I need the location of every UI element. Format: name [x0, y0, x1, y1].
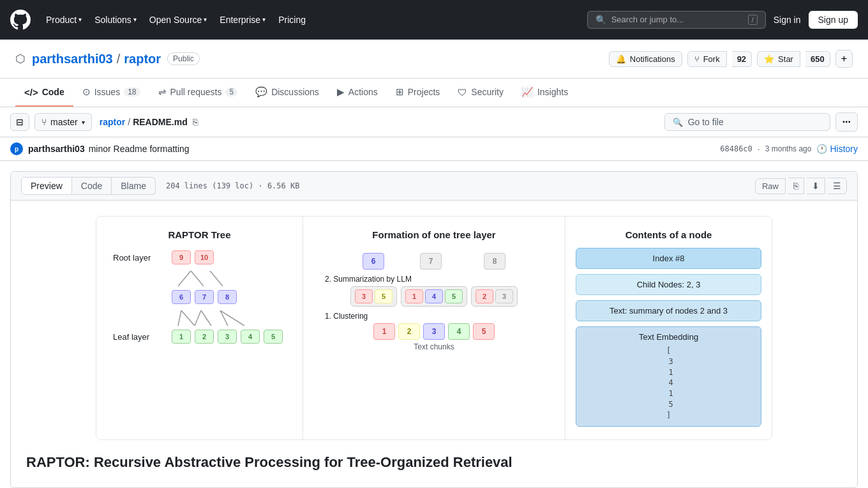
sign-up-button[interactable]: Sign up: [809, 11, 858, 29]
notifications-label: Notifications: [630, 54, 675, 64]
tab-actions[interactable]: ▶ Actions: [328, 79, 387, 107]
commit-hash-link[interactable]: 68486c0: [720, 144, 752, 153]
file-toolbar: ⊟ ⑂ master ▾ raptor / README.md ⎘ 🔍 Go t…: [0, 107, 868, 137]
search-box[interactable]: 🔍 Search or jump to... /: [587, 11, 766, 29]
diagram-section-3: Contents of a node Index #8 Child Nodes:…: [565, 217, 772, 439]
commit-author-link[interactable]: parthsarthi03: [28, 144, 85, 154]
insights-icon: 📈: [521, 86, 534, 98]
download-button[interactable]: ⬇: [807, 178, 825, 194]
repo-actions: 🔔 Notifications ⑂ Fork 92 ⭐ Star 650 +: [609, 50, 853, 68]
nav-enterprise[interactable]: Enterprise ▾: [214, 11, 271, 29]
nav-pricing[interactable]: Pricing: [273, 11, 311, 29]
clustering-groups: 3 5 1 4 5 2 3: [318, 286, 550, 307]
code-tab[interactable]: Code: [72, 177, 112, 195]
leaf-layer-label: Leaf layer: [113, 332, 164, 342]
add-action-button[interactable]: +: [835, 50, 853, 68]
goto-file-box[interactable]: 🔍 Go to file: [664, 113, 830, 131]
outline-button[interactable]: ☰: [828, 178, 847, 194]
tab-discussions[interactable]: 💬 Discussions: [246, 79, 328, 107]
tab-insights[interactable]: 📈 Insights: [513, 79, 577, 107]
fork-button[interactable]: ⑂ Fork: [687, 51, 727, 67]
form-node-8: 8: [484, 253, 505, 270]
pr-count: 5: [225, 88, 237, 96]
tab-actions-label: Actions: [348, 87, 378, 97]
breadcrumb-repo-link[interactable]: raptor: [100, 117, 125, 127]
chunk-4: 4: [448, 323, 470, 340]
repo-type-icon: ⬡: [15, 52, 26, 66]
cluster-2: 1 4 5: [401, 286, 467, 307]
chunk-3: 3: [423, 323, 445, 340]
history-link[interactable]: 🕐 History: [816, 144, 858, 154]
svg-line-6: [201, 310, 211, 326]
svg-line-0: [178, 271, 191, 286]
repo-tabs: </> Code ⊙ Issues 18 ⇌ Pull requests 5 💬…: [0, 79, 868, 107]
tab-security[interactable]: 🛡 Security: [449, 79, 513, 107]
tab-insights-label: Insights: [537, 87, 568, 97]
discussion-icon: 💬: [255, 86, 267, 98]
star-label: Star: [778, 54, 793, 64]
sidebar-toggle-button[interactable]: ⊟: [10, 113, 29, 131]
tab-pull-requests[interactable]: ⇌ Pull requests 5: [149, 79, 247, 107]
blame-tab[interactable]: Blame: [112, 177, 156, 195]
github-logo[interactable]: [10, 10, 31, 30]
tab-projects[interactable]: ⊞ Projects: [387, 79, 449, 107]
copy-path-button[interactable]: ⎘: [190, 116, 200, 128]
commit-meta: 68486c0 · 3 months ago 🕐 History: [720, 144, 858, 154]
search-placeholder: Search or jump to...: [611, 15, 743, 24]
section3-title: Contents of a node: [576, 229, 761, 240]
preview-tab[interactable]: Preview: [21, 177, 72, 195]
svg-line-3: [178, 310, 181, 326]
search-icon: 🔍: [595, 15, 606, 25]
star-button[interactable]: ⭐ Star: [757, 51, 800, 67]
mid-node-8: 8: [218, 290, 237, 304]
sign-in-link[interactable]: Sign in: [774, 15, 801, 25]
file-meta: 204 lines (139 loc) · 6.56 KB: [166, 181, 300, 190]
node-content-embedding: Text Embedding [ 3 1 4 1 5 ]: [576, 326, 761, 427]
connector-svg-1: [172, 271, 248, 286]
security-icon: 🛡: [458, 87, 467, 98]
tab-issues[interactable]: ⊙ Issues 18: [73, 79, 149, 107]
svg-line-1: [191, 271, 204, 286]
main-nav: Product ▾ Solutions ▾ Open Source ▾ Ente…: [41, 11, 311, 29]
diagram-section-2: Formation of one tree layer 6 7 8 2. Sum…: [303, 217, 565, 439]
nav-opensource[interactable]: Open Source ▾: [144, 11, 213, 29]
tab-security-label: Security: [471, 87, 504, 97]
branch-selector[interactable]: ⑂ master ▾: [34, 113, 92, 131]
notifications-button[interactable]: 🔔 Notifications: [609, 51, 682, 67]
summarization-label: 2. Summarization by LLM: [325, 275, 550, 284]
root-nodes: 9 10: [172, 250, 214, 264]
nav-solutions[interactable]: Solutions ▾: [89, 11, 142, 29]
svg-line-5: [195, 310, 201, 326]
commit-time: 3 months ago: [765, 144, 812, 153]
cluster-1: 3 5: [350, 286, 397, 307]
visibility-badge: Public: [167, 52, 200, 65]
more-options-button[interactable]: ···: [835, 112, 858, 132]
nav-enterprise-label: Enterprise: [220, 15, 260, 25]
formation-visual: 6 7 8 2. Summarization by LLM 3: [313, 248, 555, 356]
nav-opensource-label: Open Source: [149, 15, 202, 25]
root-node-9: 9: [172, 250, 191, 264]
nav-product-chevron: ▾: [79, 16, 82, 23]
star-count-badge: 650: [805, 51, 830, 67]
raptor-tree-visual: Root layer 9 10: [107, 250, 292, 344]
cluster-3: 2 3: [471, 286, 518, 307]
tab-code[interactable]: </> Code: [15, 79, 73, 107]
node-contents-list: Index #8 Child Nodes: 2, 3 Text: summary…: [576, 248, 761, 427]
nav-product[interactable]: Product ▾: [41, 11, 87, 29]
issues-count: 18: [124, 88, 140, 96]
raw-button[interactable]: Raw: [755, 178, 786, 194]
leaf-node-4: 4: [241, 330, 260, 344]
copy-raw-button[interactable]: ⎘: [788, 178, 804, 194]
root-layer-row: Root layer 9 10: [113, 250, 286, 264]
connector-svg-2: [172, 310, 274, 326]
form-node-7: 7: [420, 253, 442, 270]
raptor-diagram: RAPTOR Tree Root layer 9 10: [96, 216, 772, 440]
cl1-node-5: 5: [375, 289, 393, 303]
goto-file-placeholder: Go to file: [688, 117, 724, 127]
repo-name-link[interactable]: raptor: [124, 52, 161, 66]
text-chunks-label: Text chunks: [318, 342, 550, 351]
code-icon: </>: [24, 87, 38, 98]
commit-message: minor Readme formatting: [89, 144, 190, 154]
history-icon: 🕐: [816, 144, 827, 154]
repo-owner-link[interactable]: parthsarthi03: [32, 52, 113, 66]
